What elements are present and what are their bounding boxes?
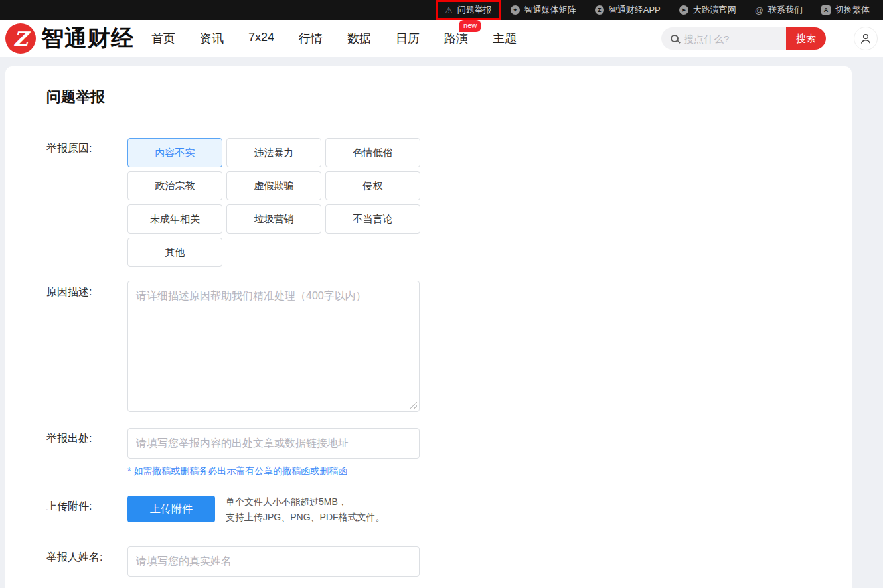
nav-item-roadshow[interactable]: 路演new (444, 31, 468, 46)
logo-text: 智通财经 (41, 23, 134, 54)
nav-item-calendar[interactable]: 日历 (396, 31, 420, 46)
nav-item-home[interactable]: 首页 (151, 31, 175, 46)
nav-item-quotes[interactable]: 行情 (299, 31, 323, 46)
search-bar: 搜索 (661, 27, 826, 50)
page-title: 问题举报 (46, 87, 105, 107)
topbar-item-traditional[interactable]: A 切换繁体 (812, 0, 879, 20)
report-form-card: 问题举报 举报原因: 内容不实 违法暴力 色情低俗 政治宗教 虚假欺骗 侵权 未… (5, 66, 852, 588)
attachment-label: 上传附件: (46, 500, 92, 514)
nav-item-data[interactable]: 数据 (347, 31, 371, 46)
reporter-name-label: 举报人姓名: (46, 551, 102, 565)
roadshow-icon: ➤ (679, 5, 688, 15)
topbar-item-label: 问题举报 (457, 4, 492, 16)
source-label: 举报出处: (46, 432, 92, 446)
reason-chip[interactable]: 政治宗教 (127, 171, 222, 200)
description-textarea[interactable] (127, 281, 420, 412)
reason-chip[interactable]: 不当言论 (325, 204, 420, 234)
user-avatar[interactable] (854, 27, 878, 50)
retraction-note: * 如需撤稿或删稿务必出示盖有公章的撤稿函或删稿函 (127, 465, 347, 477)
topbar-item-label: 联系我们 (768, 4, 803, 16)
topbar-item-report[interactable]: ⚠ 问题举报 (436, 0, 501, 20)
reason-chip[interactable]: 内容不实 (127, 138, 222, 167)
main-nav: 首页 资讯 7x24 行情 数据 日历 路演new 主题 (151, 31, 517, 46)
reporter-name-input[interactable] (127, 546, 420, 577)
topbar-item-label: 智通媒体矩阵 (524, 4, 576, 16)
topbar: ⚠ 问题举报 ✦ 智通媒体矩阵 Z 智通财经APP ➤ 大路演官网 @ 联系我们… (0, 0, 883, 20)
topbar-item-app[interactable]: Z 智通财经APP (586, 0, 670, 20)
title-divider (46, 123, 835, 123)
logo[interactable]: Z 智通财经 (5, 23, 134, 54)
upload-hint-line: 支持上传JPG、PNG、PDF格式文件。 (226, 510, 385, 525)
reason-chip[interactable]: 垃圾营销 (226, 204, 321, 234)
reason-chip[interactable]: 其他 (127, 238, 222, 267)
search-button[interactable]: 搜索 (786, 27, 826, 50)
nav-item-label: 路演 (444, 32, 468, 45)
at-icon: @ (755, 6, 763, 15)
main-header: Z 智通财经 首页 资讯 7x24 行情 数据 日历 路演new 主题 搜索 (0, 20, 883, 57)
person-icon (859, 32, 872, 45)
content-area: 问题举报 举报原因: 内容不实 违法暴力 色情低俗 政治宗教 虚假欺骗 侵权 未… (0, 57, 883, 588)
media-matrix-icon: ✦ (511, 5, 520, 15)
logo-icon: Z (5, 23, 36, 54)
reason-options: 内容不实 违法暴力 色情低俗 政治宗教 虚假欺骗 侵权 未成年相关 垃圾营销 不… (127, 138, 428, 267)
topbar-item-media-matrix[interactable]: ✦ 智通媒体矩阵 (501, 0, 586, 20)
nav-item-7x24[interactable]: 7x24 (248, 31, 274, 46)
topbar-item-roadshow[interactable]: ➤ 大路演官网 (670, 0, 746, 20)
topbar-item-contact[interactable]: @ 联系我们 (746, 0, 812, 20)
topbar-item-label: 智通财经APP (609, 4, 661, 16)
upload-button[interactable]: 上传附件 (127, 496, 215, 522)
traditional-chinese-icon: A (821, 5, 831, 15)
app-icon: Z (595, 5, 604, 15)
reason-chip[interactable]: 未成年相关 (127, 204, 222, 234)
warning-icon: ⚠ (445, 6, 453, 15)
upload-hints: 单个文件大小不能超过5MB， 支持上传JPG、PNG、PDF格式文件。 (226, 494, 385, 525)
source-input[interactable] (127, 428, 420, 459)
search-icon (671, 35, 679, 42)
topbar-item-label: 切换繁体 (835, 4, 870, 16)
description-label: 原因描述: (46, 285, 92, 299)
reason-chip[interactable]: 色情低俗 (325, 138, 420, 167)
new-badge: new (459, 20, 481, 32)
nav-item-topics[interactable]: 主题 (493, 31, 517, 46)
reason-chip[interactable]: 违法暴力 (226, 138, 321, 167)
reason-chip[interactable]: 虚假欺骗 (226, 171, 321, 200)
upload-hint-line: 单个文件大小不能超过5MB， (226, 494, 385, 510)
topbar-item-label: 大路演官网 (693, 4, 736, 16)
reason-chip[interactable]: 侵权 (325, 171, 420, 200)
nav-item-news[interactable]: 资讯 (200, 31, 224, 46)
reason-label: 举报原因: (46, 142, 92, 156)
search-input[interactable] (684, 33, 770, 44)
